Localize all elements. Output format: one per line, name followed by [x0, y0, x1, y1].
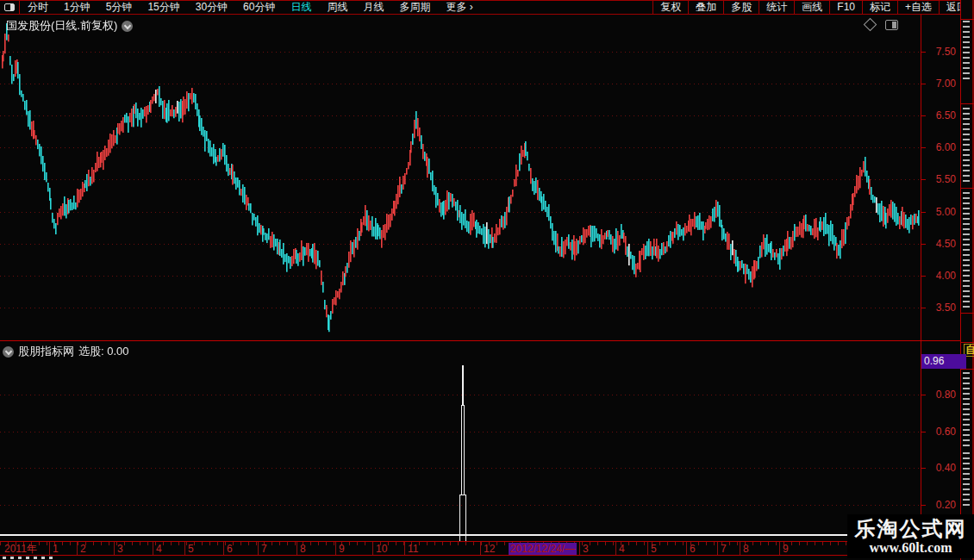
price-axis-label: 6.50 — [936, 109, 956, 121]
menu-item-5分钟[interactable]: 5分钟 — [98, 1, 140, 14]
watermark: 乐淘公式网 www.60lt.com — [847, 514, 974, 558]
menu-item-1分钟[interactable]: 1分钟 — [56, 1, 98, 14]
timeline-label: 7 — [721, 543, 727, 555]
timeline-label: 4 — [619, 543, 625, 555]
period-menu: 分时1分钟5分钟15分钟30分钟60分钟日线周线月线多周期更多 › — [20, 1, 481, 14]
menu-item-周线[interactable]: 周线 — [319, 1, 355, 14]
timeline-label: 2011年 — [4, 543, 37, 555]
price-axis-label: 4.50 — [936, 238, 956, 250]
menu-item-15分钟[interactable]: 15分钟 — [140, 1, 187, 14]
status-strip-clipped — [0, 557, 974, 560]
watermark-line2: www.60lt.com — [870, 540, 952, 556]
price-axis-label: 5.50 — [936, 173, 956, 185]
sub-axis-label: 0.60 — [936, 426, 956, 438]
sub-indicator-name: 股朋指标网 — [18, 344, 74, 359]
price-axis-label: 3.50 — [936, 302, 956, 314]
collapse-chevron-icon[interactable] — [122, 21, 133, 32]
menu-item-多股[interactable]: 多股 — [723, 1, 759, 14]
menu-item-多周期[interactable]: 多周期 — [391, 1, 438, 14]
timeline-label: 11 — [408, 543, 418, 555]
menu-item-统计[interactable]: 统计 — [759, 1, 794, 14]
selected-date-badge: 2012/12/24/— — [509, 543, 577, 555]
collapse-chevron-icon[interactable] — [3, 346, 14, 358]
price-axis: 7.507.006.506.005.505.004.504.003.500.80… — [921, 15, 959, 541]
menu-item-画线[interactable]: 画线 — [794, 1, 829, 14]
price-axis-label: 7.00 — [936, 78, 956, 90]
timeline-label: 2 — [80, 543, 86, 555]
chart-title-row: 国发股份(日线.前复权) — [6, 18, 133, 34]
sub-axis-label: 0.80 — [936, 389, 956, 401]
timeline-label: 5 — [651, 543, 657, 555]
sub-axis-value-badge: 0.96 — [921, 354, 966, 369]
sub-axis-label: 0.40 — [936, 462, 956, 474]
tools-menu: 复权叠加多股统计画线F10标记+自选返回 — [652, 1, 974, 14]
split-pane-icon[interactable] — [885, 20, 898, 30]
timeline-label: 8 — [743, 543, 749, 555]
timeline-label: 6 — [227, 543, 233, 555]
menu-item-更多 ›[interactable]: 更多 › — [438, 1, 480, 14]
watermark-line1: 乐淘公式网 — [855, 518, 967, 540]
timeline-label: 10 — [376, 543, 387, 555]
timeline-label: 3 — [117, 543, 123, 555]
timeline-label: 1 — [53, 543, 59, 555]
timeline-label: 4 — [156, 543, 162, 555]
menu-item-复权[interactable]: 复权 — [652, 1, 688, 14]
timeline-label: 12 — [484, 543, 495, 555]
price-axis-label: 5.00 — [936, 206, 956, 218]
menu-item-F10[interactable]: F10 — [829, 1, 862, 14]
menu-item-30分钟[interactable]: 30分钟 — [188, 1, 235, 14]
timeline-label: 3 — [583, 543, 589, 555]
menu-item-分时[interactable]: 分时 — [20, 1, 56, 14]
menu-item-叠加[interactable]: 叠加 — [688, 1, 723, 14]
trading-app-window: 分时1分钟5分钟15分钟30分钟60分钟日线周线月线多周期更多 › 复权叠加多股… — [0, 0, 974, 560]
menu-item-标记[interactable]: 标记 — [862, 1, 897, 14]
timeline-label: 9 — [339, 543, 345, 555]
menu-item-+自选[interactable]: +自选 — [897, 1, 939, 14]
menu-item-月线[interactable]: 月线 — [355, 1, 391, 14]
price-axis-label: 4.00 — [936, 270, 956, 282]
sub-indicator-label-row: 股朋指标网 选股: 0.00 — [3, 344, 129, 359]
sub-indicator-value: 选股: 0.00 — [78, 344, 129, 359]
timeline-label: 8 — [300, 543, 306, 555]
right-vertical-toolbar-clipped[interactable]: 自 — [960, 0, 974, 560]
timeline-label: 9 — [783, 543, 789, 555]
main-chart-panel: 国发股份(日线.前复权) — [0, 15, 921, 340]
menu-item-60分钟[interactable]: 60分钟 — [235, 1, 283, 14]
diamond-marker-icon[interactable] — [864, 18, 877, 32]
price-axis-label: 7.50 — [936, 46, 956, 58]
top-menubar: 分时1分钟5分钟15分钟30分钟60分钟日线周线月线多周期更多 › 复权叠加多股… — [0, 0, 974, 15]
layout-toggle-icon[interactable] — [0, 1, 20, 14]
chart-title: 国发股份(日线.前复权) — [6, 18, 117, 34]
timeline-scrubber[interactable]: 2012/12/24/— 2011年1234567891011123456789 — [0, 541, 960, 556]
menu-item-日线[interactable]: 日线 — [283, 1, 319, 14]
sub-axis-label: 0.20 — [936, 499, 956, 511]
timeline-label: 6 — [690, 543, 696, 555]
sub-indicator-canvas[interactable] — [0, 341, 921, 541]
price-axis-label: 6.00 — [936, 141, 956, 153]
candlestick-canvas[interactable] — [0, 15, 921, 340]
timeline-label: 7 — [261, 543, 267, 555]
timeline-label: 5 — [188, 543, 194, 555]
